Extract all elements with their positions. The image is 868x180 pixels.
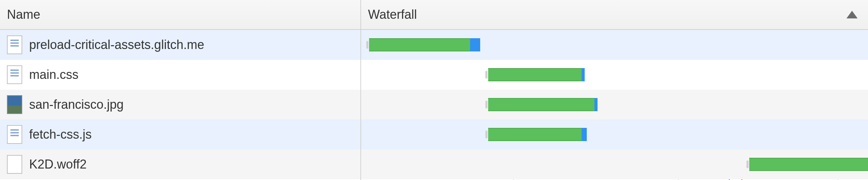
request-row[interactable]: main.css [0, 60, 360, 90]
waiting-ttfb-segment [369, 38, 470, 51]
waterfall-row[interactable] [361, 60, 868, 90]
document-file-icon [7, 65, 22, 84]
queueing-segment [485, 131, 487, 138]
waterfall-column-header[interactable]: Waterfall [361, 0, 868, 30]
timing-bar[interactable] [746, 158, 868, 171]
queueing-segment [485, 101, 487, 108]
name-column: Name preload-critical-assets.glitch.mema… [0, 0, 361, 180]
timing-bar[interactable] [485, 68, 585, 81]
request-row[interactable]: K2D.woff2 [0, 149, 360, 179]
waiting-ttfb-segment [488, 68, 582, 81]
waiting-ttfb-segment [488, 98, 594, 111]
waterfall-row[interactable] [361, 149, 868, 179]
queueing-segment [366, 41, 368, 49]
content-download-segment [470, 38, 480, 51]
waterfall-header-label: Waterfall [368, 7, 417, 22]
request-name: preload-critical-assets.glitch.me [29, 38, 204, 52]
timing-bar[interactable] [366, 38, 481, 51]
sort-ascending-icon [846, 11, 858, 18]
request-name: fetch-css.js [29, 127, 92, 142]
request-name: K2D.woff2 [29, 157, 86, 172]
request-row[interactable]: san-francisco.jpg [0, 90, 360, 120]
network-panel: Name preload-critical-assets.glitch.mema… [0, 0, 868, 180]
name-rows: preload-critical-assets.glitch.memain.cs… [0, 30, 360, 180]
waterfall-body [361, 30, 868, 180]
waterfall-row[interactable] [361, 120, 868, 149]
queueing-segment [746, 161, 749, 168]
request-row[interactable]: preload-critical-assets.glitch.me [0, 30, 360, 60]
waterfall-rows [361, 30, 868, 180]
name-header-label: Name [7, 7, 40, 22]
waterfall-row[interactable] [361, 90, 868, 120]
content-download-segment [594, 98, 598, 111]
request-name: main.css [29, 67, 78, 82]
waiting-ttfb-segment [488, 128, 582, 141]
waiting-ttfb-segment [749, 158, 868, 171]
timing-bar[interactable] [485, 128, 587, 141]
content-download-segment [582, 128, 587, 141]
queueing-segment [485, 71, 487, 79]
waterfall-row[interactable] [361, 30, 868, 60]
name-column-header[interactable]: Name [0, 0, 360, 30]
image-file-icon [7, 95, 22, 114]
content-download-segment [582, 68, 585, 81]
font-file-icon [7, 155, 22, 174]
document-file-icon [7, 35, 22, 54]
request-name: san-francisco.jpg [29, 97, 124, 112]
timing-bar[interactable] [485, 98, 598, 111]
document-file-icon [7, 125, 22, 144]
request-row[interactable]: fetch-css.js [0, 120, 360, 149]
waterfall-column: Waterfall [361, 0, 868, 180]
